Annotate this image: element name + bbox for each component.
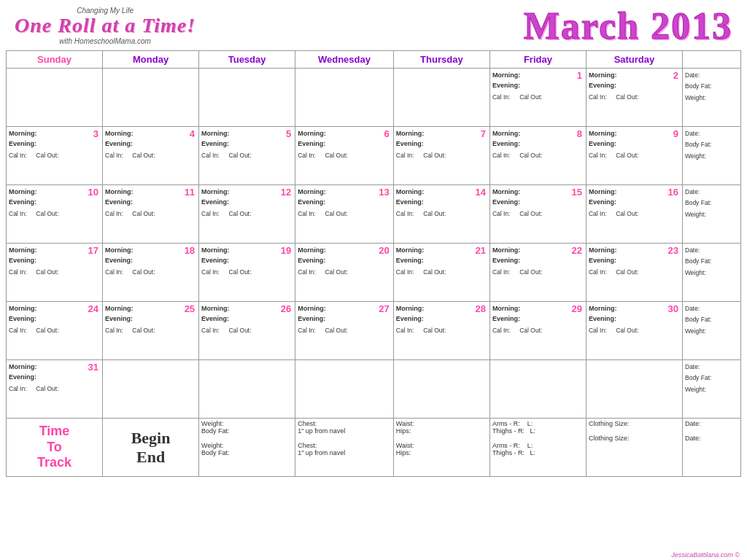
side-date-4: Date: <box>685 245 738 256</box>
track-chest-cell: Chest: 1" up from navel Chest: 1" up fro… <box>295 419 394 477</box>
track-cup-navel-label: 1" up from navel <box>298 427 391 435</box>
day-entry-30: Morning: Evening: Cal In: Cal Out: <box>589 303 680 335</box>
cell-empty-6g <box>586 360 682 419</box>
cell-day-10: 10 Morning: Evening: Cal In: Cal Out: <box>7 185 103 244</box>
side-cell-3: Date: Body Fat: Weight: <box>683 185 741 244</box>
cell-day-25: 25 Morning: Evening: Cal In: Cal Out: <box>103 302 199 360</box>
track-date-cell: Date: Date: <box>683 419 741 477</box>
th-wednesday: Wednesday <box>295 51 394 69</box>
cell-day-3: 3 Morning: Evening: Cal In: Cal Out: <box>7 127 103 185</box>
day-entry-5: Morning: Evening: Cal In: Cal Out: <box>201 128 293 160</box>
track-waist-label2: Waist: <box>396 442 487 449</box>
footer: JessicaBattilana.com © <box>0 551 747 560</box>
day-entry-18: Morning: Evening: Cal In: Cal Out: <box>105 245 196 277</box>
track-weight-label: Weight: <box>201 420 293 427</box>
day-entry-25: Morning: Evening: Cal In: Cal Out: <box>105 303 196 335</box>
calendar-table: Sunday Monday Tuesday Wednesday Thursday… <box>6 50 741 477</box>
day-entry-14: Morning: Evening: Cal In: Cal Out: <box>396 187 487 219</box>
side-date-5: Date: <box>685 303 738 314</box>
cell-empty-6c <box>199 360 295 419</box>
track-clothing-cell: Clothing Size: Clothing Size: <box>586 419 682 477</box>
day-number-16: 16 <box>668 187 678 198</box>
day-entry-12: Morning: Evening: Cal In: Cal Out: <box>201 187 293 219</box>
cell-day-29: 29 Morning: Evening: Cal In: Cal Out: <box>489 302 586 360</box>
week-row-4: 17 Morning: Evening: Cal In: Cal Out: 18 <box>7 244 741 302</box>
begin-label: Begin <box>104 429 197 448</box>
day-entry-6: Morning: Evening: Cal In: Cal Out: <box>298 128 391 160</box>
month-title: March 2013 <box>524 4 732 47</box>
day-entry-24: Morning: Evening: Cal In: Cal Out: <box>9 303 100 335</box>
logo-title: One Roll at a Time! <box>15 15 196 37</box>
page: Changing My Life One Roll at a Time! wit… <box>0 0 747 560</box>
day-number-14: 14 <box>475 187 485 198</box>
cell-empty-6d <box>295 360 394 419</box>
cell-day-13: 13 Morning: Evening: Cal In: Cal Out: <box>295 185 394 244</box>
day-entry-23: Morning: Evening: Cal In: Cal Out: <box>589 245 680 277</box>
day-number-18: 18 <box>185 245 195 256</box>
day-number-31: 31 <box>88 362 98 373</box>
day-number-1: 1 <box>577 70 582 81</box>
cell-empty-2 <box>103 69 199 127</box>
side-weight-4: Weight: <box>685 268 738 279</box>
day-number-30: 30 <box>668 303 678 314</box>
day-entry-10: Morning: Evening: Cal In: Cal Out: <box>9 187 100 219</box>
day-entry-3: Morning: Evening: Cal In: Cal Out: <box>9 128 100 160</box>
cell-day-17: 17 Morning: Evening: Cal In: Cal Out: <box>7 244 103 302</box>
th-thursday: Thursday <box>393 51 489 69</box>
cell-day-2: 2 Morning: Evening: Cal In: Cal Out: <box>586 69 682 127</box>
day-number-13: 13 <box>379 187 389 198</box>
day-number-28: 28 <box>475 303 485 314</box>
track-thighs-label: Thighs - R: L: <box>492 427 584 435</box>
day-number-17: 17 <box>88 245 98 256</box>
header-left: Changing My Life One Roll at a Time! wit… <box>15 7 196 45</box>
track-thighs-label2: Thighs - R: L: <box>492 449 584 456</box>
cell-day-21: 21 Morning: Evening: Cal In: Cal Out: <box>393 244 489 302</box>
track-arms-label2: Arms - R: L: <box>492 442 584 449</box>
cell-day-30: 30 Morning: Evening: Cal In: Cal Out: <box>586 302 682 360</box>
cell-day-9: 9 Morning: Evening: Cal In: Cal Out: <box>586 127 682 185</box>
day-entry-4: Morning: Evening: Cal In: Cal Out: <box>105 128 196 160</box>
side-date-2: Date: <box>685 128 738 139</box>
week-row-6: 31 Morning: Evening: Cal In: Cal Out: <box>7 360 741 419</box>
day-entry-8: Morning: Evening: Cal In: Cal Out: <box>492 128 584 160</box>
logo-subtitle: with HomeschoolMama.com <box>59 37 151 45</box>
cell-day-24: 24 Morning: Evening: Cal In: Cal Out: <box>7 302 103 360</box>
day-number-25: 25 <box>185 303 195 314</box>
cell-empty-5 <box>393 69 489 127</box>
cell-day-20: 20 Morning: Evening: Cal In: Cal Out: <box>295 244 394 302</box>
day-number-22: 22 <box>571 245 581 256</box>
day-number-8: 8 <box>577 128 582 139</box>
side-weight-2: Weight: <box>685 151 738 162</box>
track-weight-label2: Weight: <box>201 442 293 449</box>
side-cell-4: Date: Body Fat: Weight: <box>683 244 741 302</box>
track-chest-label2: Chest: <box>298 442 391 449</box>
day-number-7: 7 <box>481 128 486 139</box>
side-weight-6: Weight: <box>685 384 738 395</box>
calendar-header-row: Sunday Monday Tuesday Wednesday Thursday… <box>7 51 741 69</box>
day-number-11: 11 <box>185 187 195 198</box>
day-entry-22: Morning: Evening: Cal In: Cal Out: <box>492 245 584 277</box>
side-bodyfat-3: Body Fat: <box>685 198 738 209</box>
track-bodyfat-label2: Body Fat: <box>201 449 293 456</box>
day-number-4: 4 <box>190 128 195 139</box>
th-extra <box>683 51 741 69</box>
week-row-5: 24 Morning: Evening: Cal In: Cal Out: 25 <box>7 302 741 360</box>
day-entry-17: Morning: Evening: Cal In: Cal Out: <box>9 245 100 277</box>
cell-day-11: 11 Morning: Evening: Cal In: Cal Out: <box>103 185 199 244</box>
cell-day-16: 16 Morning: Evening: Cal In: Cal Out: <box>586 185 682 244</box>
cell-day-8: 8 Morning: Evening: Cal In: Cal Out: <box>489 127 586 185</box>
day-entry-31: Morning: Evening: Cal In: Cal Out: <box>9 362 100 394</box>
side-bodyfat-1: Body Fat: <box>685 81 738 92</box>
day-number-29: 29 <box>571 303 581 314</box>
side-bodyfat-5: Body Fat: <box>685 314 738 325</box>
track-waist-cell: Waist: Hips: Waist: Hips: <box>393 419 489 477</box>
day-number-19: 19 <box>281 245 291 256</box>
time-to-track-label: TimeToTrack <box>9 424 99 471</box>
track-clothing-label: Clothing Size: <box>589 420 680 427</box>
track-arms-cell: Arms - R: L: Thighs - R: L: Arms - R: L:… <box>489 419 586 477</box>
cell-day-15: 15 Morning: Evening: Cal In: Cal Out: <box>489 185 586 244</box>
day-entry-16: Morning: Evening: Cal In: Cal Out: <box>589 187 680 219</box>
week-row-1: 1 Morning: Evening: Cal In: Cal Out: 2 <box>7 69 741 127</box>
cell-day-19: 19 Morning: Evening: Cal In: Cal Out: <box>199 244 295 302</box>
day-number-10: 10 <box>88 187 98 198</box>
